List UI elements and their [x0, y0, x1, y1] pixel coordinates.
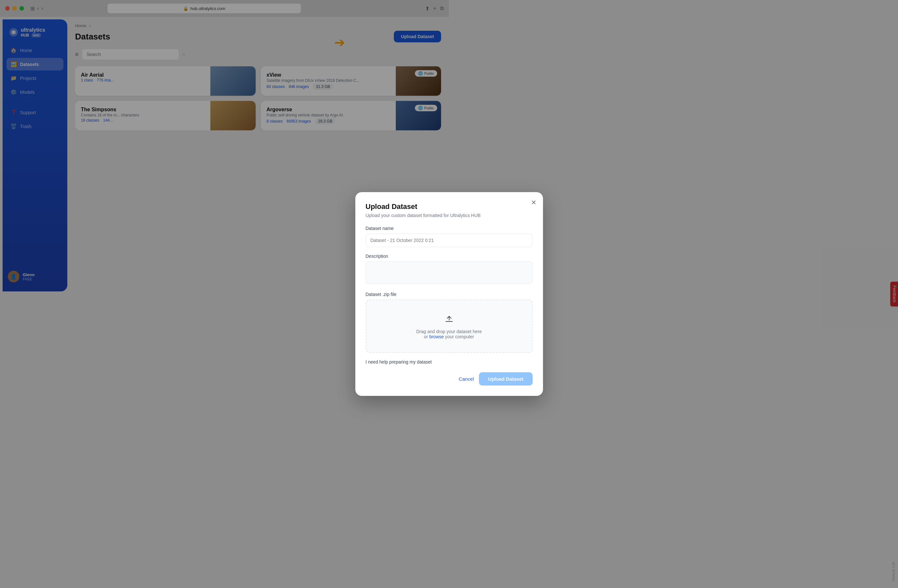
zip-file-group: Dataset .zip file Drag and drop your dat… — [366, 292, 449, 294]
zip-label: Dataset .zip file — [366, 292, 449, 294]
upload-dataset-modal: Upload Dataset Upload your custom datase… — [355, 192, 449, 294]
dataset-name-group: Dataset name — [366, 226, 449, 247]
dataset-name-label: Dataset name — [366, 226, 449, 231]
description-group: Description — [366, 253, 449, 285]
description-label: Description — [366, 253, 449, 259]
description-textarea[interactable] — [366, 261, 449, 284]
modal-subtitle: Upload your custom dataset formatted for… — [366, 213, 449, 218]
modal-title: Upload Dataset — [366, 203, 449, 211]
dataset-name-input[interactable] — [366, 233, 449, 247]
modal-overlay[interactable]: Upload Dataset Upload your custom datase… — [0, 0, 449, 294]
